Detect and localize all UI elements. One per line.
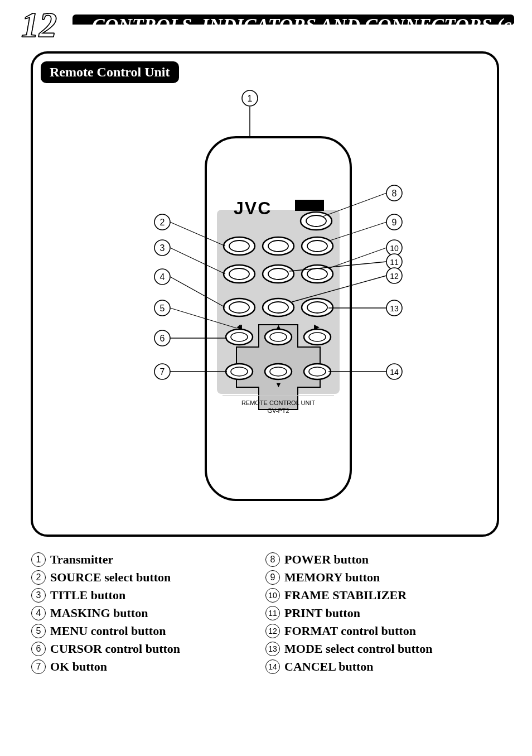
svg-text:GV-PT2: GV-PT2 — [267, 407, 289, 414]
svg-text:4: 4 — [160, 272, 165, 282]
legend-item: 3TITLE button — [31, 588, 265, 603]
legend-item: 5MENU control button — [31, 624, 265, 638]
svg-text:11: 11 — [390, 258, 399, 267]
legend-item: 1Transmitter — [31, 552, 265, 567]
svg-text:8: 8 — [392, 189, 397, 198]
svg-point-22 — [302, 298, 333, 316]
svg-text:10: 10 — [390, 244, 399, 253]
svg-point-14 — [263, 265, 294, 283]
remote-diagram: JVC — [33, 54, 501, 539]
svg-point-26 — [265, 329, 292, 345]
svg-point-18 — [224, 298, 255, 316]
header-title: CONTROLS, INDICATORS AND CONNECTORS (con… — [92, 15, 516, 36]
legend-left: 1Transmitter 2SOURCE select button 3TITL… — [31, 552, 265, 677]
svg-text:◀: ◀ — [236, 322, 242, 331]
legend-item: 4MASKING button — [31, 606, 265, 620]
svg-rect-3 — [295, 200, 324, 211]
svg-point-34 — [226, 364, 253, 379]
svg-point-38 — [304, 364, 331, 379]
legend: 1Transmitter 2SOURCE select button 3TITL… — [31, 552, 500, 677]
brand-logo: JVC — [234, 198, 272, 218]
svg-text:6: 6 — [160, 334, 165, 343]
svg-point-24 — [226, 329, 253, 345]
legend-item: 6CURSOR control button — [31, 642, 265, 656]
svg-point-8 — [263, 237, 294, 255]
svg-text:1: 1 — [248, 94, 253, 103]
legend-right: 8POWER button 9MEMORY button 10FRAME STA… — [265, 552, 500, 677]
legend-item: 10FRAME STABILIZER — [265, 588, 500, 603]
svg-text:14: 14 — [390, 368, 399, 377]
legend-item: 14CANCEL button — [265, 659, 500, 674]
manual-page: 12 CONTROLS, INDICATORS AND CONNECTORS (… — [0, 0, 532, 756]
legend-item: 7OK button — [31, 659, 265, 674]
svg-rect-41 — [223, 395, 334, 396]
svg-point-10 — [302, 237, 333, 255]
svg-text:▲: ▲ — [275, 322, 282, 331]
svg-text:12: 12 — [390, 272, 399, 281]
svg-text:▶: ▶ — [314, 322, 320, 331]
legend-item: 2SOURCE select button — [31, 570, 265, 585]
page-number: 12 — [21, 4, 57, 46]
legend-item: 9MEMORY button — [265, 570, 500, 585]
svg-text:7: 7 — [160, 367, 165, 377]
legend-item: 8POWER button — [265, 552, 500, 567]
legend-item: 11PRINT button — [265, 606, 500, 620]
diagram-panel: Remote Control Unit JVC — [31, 51, 499, 537]
svg-text:3: 3 — [160, 243, 165, 253]
svg-point-20 — [263, 298, 294, 316]
svg-text:▼: ▼ — [275, 381, 282, 389]
svg-point-28 — [304, 329, 331, 345]
svg-point-6 — [224, 237, 255, 255]
legend-item: 13MODE select control button — [265, 642, 500, 656]
svg-text:2: 2 — [160, 218, 165, 227]
svg-point-12 — [224, 265, 255, 283]
legend-item: 12FORMAT control button — [265, 624, 500, 638]
svg-text:REMOTE CONTROL UNIT: REMOTE CONTROL UNIT — [241, 399, 315, 406]
svg-text:5: 5 — [160, 304, 165, 313]
svg-text:13: 13 — [390, 304, 399, 313]
svg-text:9: 9 — [392, 218, 397, 227]
svg-point-36 — [265, 364, 292, 379]
